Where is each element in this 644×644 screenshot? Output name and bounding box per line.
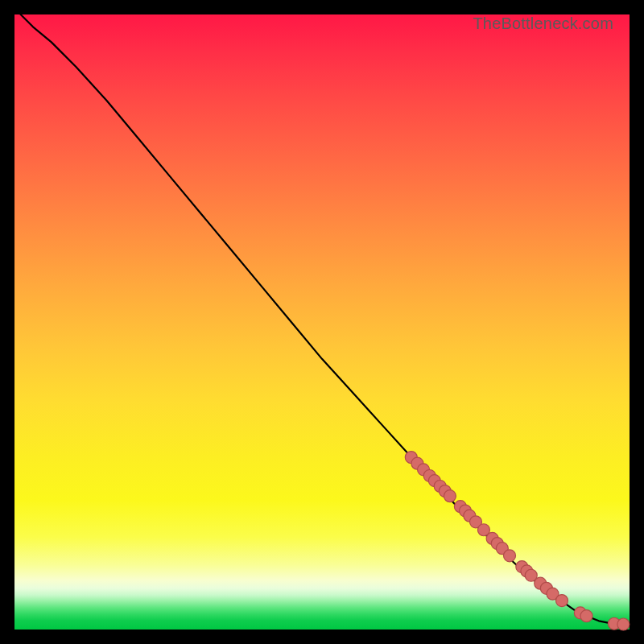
plot-area: TheBottleneck.com xyxy=(14,14,630,630)
data-point xyxy=(580,610,592,622)
chart-frame: TheBottleneck.com xyxy=(0,0,644,644)
chart-svg xyxy=(14,14,630,630)
curve-line xyxy=(21,14,624,625)
data-point xyxy=(555,595,568,607)
scatter-points xyxy=(405,452,630,630)
data-point xyxy=(444,490,456,502)
data-point xyxy=(504,550,516,562)
data-point xyxy=(617,618,630,630)
